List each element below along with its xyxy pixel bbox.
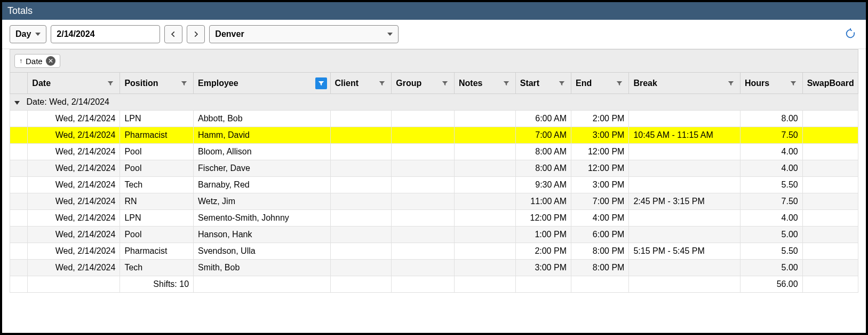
cell-group (392, 227, 455, 243)
view-mode-dropdown[interactable]: Day (10, 25, 46, 43)
cell-start: 3:00 PM (515, 260, 571, 276)
cell-end: 3:00 PM (571, 127, 628, 144)
row-handle[interactable] (10, 127, 28, 144)
cell-hours: 4.00 (740, 210, 802, 227)
cell-swap (802, 160, 858, 177)
filter-icon[interactable] (614, 77, 625, 89)
row-handle[interactable] (10, 260, 28, 276)
filter-icon[interactable] (439, 77, 451, 89)
row-handle[interactable] (10, 243, 28, 260)
cell-position: Pharmacist (120, 243, 194, 260)
cell-employee: Smith, Bob (194, 260, 330, 276)
cell-swap (802, 127, 858, 144)
cell-hours: 7.50 (740, 127, 802, 144)
cell-group (392, 260, 455, 276)
table-row[interactable]: Wed, 2/14/2024TechSmith, Bob3:00 PM8:00 … (10, 260, 858, 276)
cell-client (330, 210, 392, 227)
table-row[interactable]: Wed, 2/14/2024LPNSemento-Smith, Johnny12… (10, 210, 858, 227)
next-date-button[interactable] (187, 25, 205, 43)
cell-start: 1:00 PM (515, 227, 571, 243)
row-handle[interactable] (10, 177, 28, 193)
filter-icon[interactable] (725, 77, 737, 89)
filter-icon[interactable] (500, 77, 512, 89)
refresh-button[interactable] (842, 26, 858, 43)
cell-notes (455, 127, 516, 144)
cell-end: 3:00 PM (571, 177, 628, 193)
filter-icon[interactable] (376, 77, 388, 89)
cell-position: RN (120, 193, 194, 210)
group-chip-date[interactable]: ↑ Date ✕ (14, 54, 60, 68)
cell-position: Tech (120, 177, 194, 193)
group-header[interactable]: Group (392, 73, 455, 94)
cell-break (629, 210, 740, 227)
row-handle[interactable] (10, 210, 28, 227)
cell-notes (455, 144, 516, 160)
cell-position: Pharmacist (120, 127, 194, 144)
filter-icon[interactable] (178, 77, 190, 89)
cell-notes (455, 210, 516, 227)
break-header[interactable]: Break (629, 73, 740, 94)
cell-notes (455, 177, 516, 193)
row-handle[interactable] (10, 111, 28, 127)
cell-break: 10:45 AM - 11:15 AM (629, 127, 740, 144)
group-panel[interactable]: ↑ Date ✕ (10, 49, 858, 72)
cell-swap (802, 243, 858, 260)
cell-hours: 5.00 (740, 260, 802, 276)
table-row[interactable]: Wed, 2/14/2024PharmacistHamm, David7:00 … (10, 127, 858, 144)
cell-notes (455, 160, 516, 177)
position-header[interactable]: Position (120, 73, 194, 94)
filter-icon[interactable] (105, 77, 116, 89)
prev-date-button[interactable] (164, 25, 182, 43)
row-handle[interactable] (10, 227, 28, 243)
cell-employee: Hamm, David (194, 127, 330, 144)
table-row[interactable]: Wed, 2/14/2024PoolFischer, Dave8:00 AM12… (10, 160, 858, 177)
start-header[interactable]: Start (515, 73, 571, 94)
cell-notes (455, 193, 516, 210)
cell-date: Wed, 2/14/2024 (28, 193, 120, 210)
notes-header[interactable]: Notes (455, 73, 516, 94)
cell-start: 7:00 AM (515, 127, 571, 144)
cell-client (330, 177, 392, 193)
shifts-total: Shifts: 10 (120, 276, 194, 293)
cell-hours: 5.50 (740, 243, 802, 260)
sort-asc-icon: ↑ (19, 57, 22, 65)
remove-group-icon[interactable]: ✕ (46, 56, 55, 66)
group-header-row[interactable]: Date: Wed, 2/14/2024 (10, 94, 858, 111)
swapboard-header[interactable]: SwapBoard (802, 73, 858, 94)
table-row[interactable]: Wed, 2/14/2024TechBarnaby, Red9:30 AM3:0… (10, 177, 858, 193)
hours-header[interactable]: Hours (740, 73, 802, 94)
table-row[interactable]: Wed, 2/14/2024LPNAbbott, Bob6:00 AM2:00 … (10, 111, 858, 127)
location-dropdown[interactable]: Denver (209, 25, 399, 43)
cell-notes (455, 243, 516, 260)
row-handle[interactable] (10, 160, 28, 177)
cell-position: Pool (120, 160, 194, 177)
row-handle[interactable] (10, 193, 28, 210)
filter-icon[interactable] (787, 77, 799, 89)
table-row[interactable]: Wed, 2/14/2024PharmacistSvendson, Ulla2:… (10, 243, 858, 260)
cell-date: Wed, 2/14/2024 (28, 160, 120, 177)
cell-notes (455, 111, 516, 127)
filter-icon-active[interactable] (315, 77, 327, 89)
cell-position: LPN (120, 210, 194, 227)
cell-client (330, 260, 392, 276)
employee-header[interactable]: Employee (194, 73, 330, 94)
cell-end: 12:00 PM (571, 160, 628, 177)
cell-group (392, 210, 455, 227)
row-handle[interactable] (10, 144, 28, 160)
end-header[interactable]: End (571, 73, 628, 94)
filter-icon[interactable] (556, 77, 568, 89)
totals-window: Totals Day Denver ↑ Date ✕ (2, 2, 866, 333)
cell-date: Wed, 2/14/2024 (28, 111, 120, 127)
date-header[interactable]: Date (28, 73, 120, 94)
view-mode-value: Day (15, 29, 31, 39)
table-row[interactable]: Wed, 2/14/2024PoolBloom, Allison8:00 AM1… (10, 144, 858, 160)
cell-end: 4:00 PM (571, 210, 628, 227)
date-input[interactable] (51, 25, 160, 43)
group-chip-label: Date (26, 57, 43, 66)
cell-start: 8:00 AM (515, 144, 571, 160)
collapse-icon[interactable] (14, 101, 20, 105)
table-row[interactable]: Wed, 2/14/2024RNWetz, Jim11:00 AM7:00 PM… (10, 193, 858, 210)
client-header[interactable]: Client (330, 73, 392, 94)
cell-date: Wed, 2/14/2024 (28, 227, 120, 243)
table-row[interactable]: Wed, 2/14/2024PoolHanson, Hank1:00 PM6:0… (10, 227, 858, 243)
